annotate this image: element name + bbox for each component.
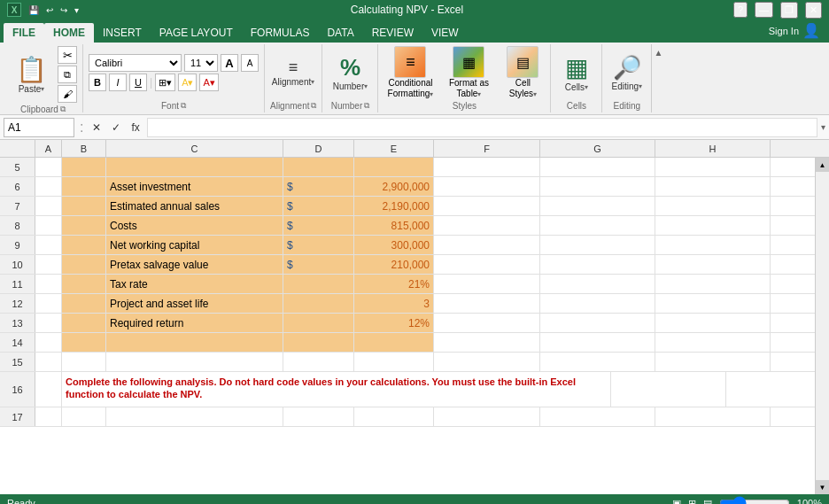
cell-b8[interactable] xyxy=(62,216,106,235)
cell-b9[interactable] xyxy=(62,236,106,254)
cell-g12[interactable] xyxy=(540,294,655,313)
cell-g6[interactable] xyxy=(540,177,655,196)
col-header-e[interactable]: E xyxy=(354,140,434,157)
cell-a11[interactable] xyxy=(35,275,62,293)
cell-a12[interactable] xyxy=(35,294,62,313)
cell-h8[interactable] xyxy=(655,216,771,235)
cell-e10[interactable]: 210,000 xyxy=(354,255,434,274)
cell-f9[interactable] xyxy=(434,236,540,254)
cell-e9[interactable]: 300,000 xyxy=(354,236,434,254)
cell-b7[interactable] xyxy=(62,197,106,215)
cell-f14[interactable] xyxy=(434,333,540,352)
cell-c11[interactable]: Tax rate xyxy=(106,275,283,293)
minimize-button[interactable]: — xyxy=(755,2,773,18)
tab-home[interactable]: HOME xyxy=(44,23,94,43)
cell-a17[interactable] xyxy=(35,407,62,426)
row-header-9[interactable]: 9 xyxy=(0,236,35,254)
clipboard-dialog-launcher[interactable]: ⧉ xyxy=(60,105,66,114)
cell-f8[interactable] xyxy=(434,216,540,235)
page-break-preview-button[interactable]: ▤ xyxy=(703,498,712,505)
cell-f10[interactable] xyxy=(434,255,540,274)
cell-d7[interactable]: $ xyxy=(283,197,354,215)
normal-view-button[interactable]: ▣ xyxy=(672,498,681,505)
restore-button[interactable]: ❐ xyxy=(780,2,798,19)
font-dialog-launcher[interactable]: ⧉ xyxy=(181,101,186,111)
cell-d8[interactable]: $ xyxy=(283,216,354,235)
shrink-font-button[interactable]: A xyxy=(241,54,259,72)
tab-page-layout[interactable]: PAGE LAYOUT xyxy=(151,23,242,43)
cell-g10[interactable] xyxy=(540,255,655,274)
cell-d12[interactable] xyxy=(283,294,354,313)
cell-c14[interactable] xyxy=(106,333,283,352)
paste-button[interactable]: 📋 Paste▾ xyxy=(9,51,54,97)
col-header-a[interactable]: A xyxy=(35,140,62,157)
cell-g13[interactable] xyxy=(540,314,655,332)
cell-h14[interactable] xyxy=(655,333,771,352)
cell-d13[interactable] xyxy=(283,314,354,332)
cell-a15[interactable] xyxy=(35,353,62,371)
fill-color-button[interactable]: A▾ xyxy=(178,74,197,91)
vertical-scrollbar[interactable]: ▲ ▼ xyxy=(815,158,829,494)
row-header-16[interactable]: 16 xyxy=(0,372,35,407)
cell-styles-button[interactable]: ▤ Cell Styles▾ xyxy=(500,46,545,99)
cell-f17[interactable] xyxy=(434,407,540,426)
cell-a8[interactable] xyxy=(35,216,62,235)
cell-g7[interactable] xyxy=(540,197,655,215)
col-header-c[interactable]: C xyxy=(106,140,283,157)
cell-c10[interactable]: Pretax salvage value xyxy=(106,255,283,274)
cell-c15[interactable] xyxy=(106,353,283,371)
cut-button[interactable]: ✂ xyxy=(58,46,77,64)
save-button[interactable]: 💾 xyxy=(27,4,41,17)
cell-f12[interactable] xyxy=(434,294,540,313)
cell-b14[interactable] xyxy=(62,333,106,352)
format-painter-button[interactable]: 🖌 xyxy=(58,85,77,103)
font-size-select[interactable]: 11 xyxy=(184,54,218,72)
cells-button[interactable]: ▦ Cells▾ xyxy=(556,50,596,96)
sign-in[interactable]: Sign In 👤 xyxy=(760,19,829,43)
cell-c5[interactable] xyxy=(106,158,283,176)
zoom-slider[interactable] xyxy=(719,496,790,504)
cell-b6[interactable] xyxy=(62,177,106,196)
cell-h16[interactable] xyxy=(726,372,815,407)
undo-button[interactable]: ↩ xyxy=(44,4,55,17)
cell-h12[interactable] xyxy=(655,294,771,313)
cell-c9[interactable]: Net working capital xyxy=(106,236,283,254)
cell-f11[interactable] xyxy=(434,275,540,293)
row-header-11[interactable]: 11 xyxy=(0,275,35,293)
cell-h11[interactable] xyxy=(655,275,771,293)
row-header-8[interactable]: 8 xyxy=(0,216,35,235)
tab-insert[interactable]: INSERT xyxy=(94,23,151,43)
close-button[interactable]: ✕ xyxy=(805,2,822,19)
scroll-up-button[interactable]: ▲ xyxy=(816,158,830,172)
cell-e15[interactable] xyxy=(354,353,434,371)
cell-a13[interactable] xyxy=(35,314,62,332)
cell-d6[interactable]: $ xyxy=(283,177,354,196)
cell-h17[interactable] xyxy=(655,407,771,426)
cell-e8[interactable]: 815,000 xyxy=(354,216,434,235)
cell-d10[interactable]: $ xyxy=(283,255,354,274)
format-as-table-button[interactable]: ▦ Format as Table▾ xyxy=(442,46,495,99)
cell-g15[interactable] xyxy=(540,353,655,371)
row-header-5[interactable]: 5 xyxy=(0,158,35,176)
tab-file[interactable]: FILE xyxy=(4,23,44,43)
tab-data[interactable]: DATA xyxy=(318,23,362,43)
cell-a10[interactable] xyxy=(35,255,62,274)
cancel-formula-button[interactable]: ✕ xyxy=(89,120,105,136)
cell-c8[interactable]: Costs xyxy=(106,216,283,235)
col-header-g[interactable]: G xyxy=(540,140,655,157)
border-button[interactable]: ⊞▾ xyxy=(155,74,175,91)
italic-button[interactable]: I xyxy=(109,74,127,91)
cell-e11[interactable]: 21% xyxy=(354,275,434,293)
cell-a14[interactable] xyxy=(35,333,62,352)
cell-f15[interactable] xyxy=(434,353,540,371)
page-layout-button[interactable]: ⊞ xyxy=(688,498,696,505)
number-dialog-launcher[interactable]: ⧉ xyxy=(364,101,369,111)
cell-f5[interactable] xyxy=(434,158,540,176)
col-header-f[interactable]: F xyxy=(434,140,540,157)
col-header-d[interactable]: D xyxy=(283,140,354,157)
cell-c6[interactable]: Asset investment xyxy=(106,177,283,196)
formula-dropdown[interactable]: ▾ xyxy=(821,122,825,132)
cell-e17[interactable] xyxy=(354,407,434,426)
cell-g16[interactable] xyxy=(611,372,726,407)
row-header-13[interactable]: 13 xyxy=(0,314,35,332)
